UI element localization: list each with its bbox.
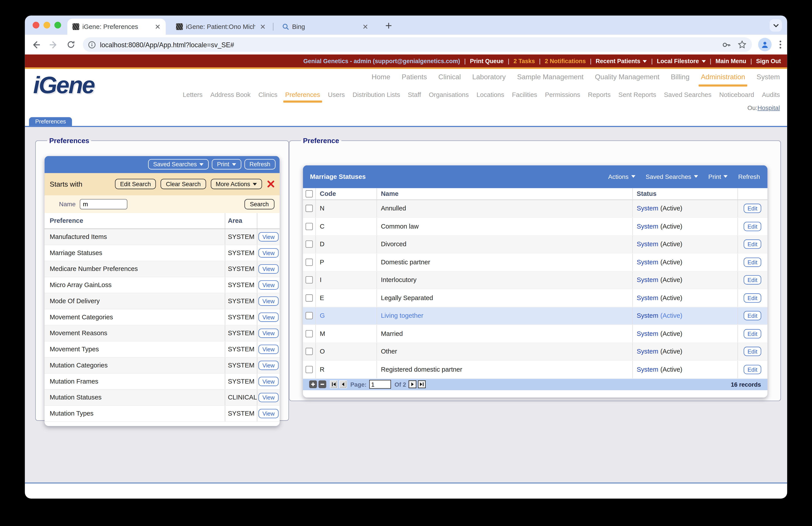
row-checkbox[interactable] xyxy=(305,330,313,338)
expand-page-size-button[interactable] xyxy=(309,381,317,388)
tab-igene-patient[interactable]: iGene: Patient:Ono Michio xyxy=(171,18,271,35)
tab-close-icon[interactable] xyxy=(258,23,267,31)
close-search-icon[interactable] xyxy=(267,181,275,188)
minimize-window-button[interactable] xyxy=(43,22,50,29)
nav-clinics[interactable]: Clinics xyxy=(258,91,277,99)
view-button[interactable]: View xyxy=(258,296,279,305)
nav-distribution-lists[interactable]: Distribution Lists xyxy=(352,91,400,99)
nav-system[interactable]: System xyxy=(757,73,780,81)
table-row[interactable]: Medicare Number PreferencesSYSTEMView xyxy=(45,261,280,277)
url-text[interactable]: localhost:8080/App/App.html?locale=sv_SE… xyxy=(100,41,721,48)
tasks-link[interactable]: 2 Tasks xyxy=(513,58,535,64)
table-row[interactable]: Movement CategoriesSYSTEMView xyxy=(45,309,280,325)
name-input[interactable] xyxy=(79,199,127,209)
browser-menu-icon[interactable] xyxy=(773,38,787,51)
edit-button[interactable]: Edit xyxy=(743,275,762,285)
table-row[interactable]: Mutation TypesSYSTEMView xyxy=(45,406,280,422)
back-button[interactable] xyxy=(29,38,42,51)
refresh-button[interactable]: Refresh xyxy=(244,159,275,170)
nav-audits[interactable]: Audits xyxy=(762,91,780,99)
table-row[interactable]: MMarriedSystem(Active)Edit xyxy=(303,325,767,343)
password-key-icon[interactable] xyxy=(721,40,731,50)
shrink-page-size-button[interactable] xyxy=(318,381,326,388)
row-checkbox[interactable] xyxy=(305,241,313,248)
view-button[interactable]: View xyxy=(258,248,279,257)
print-button[interactable]: Print xyxy=(212,159,241,170)
row-checkbox[interactable] xyxy=(305,366,313,373)
sign-out-link[interactable]: Sign Out xyxy=(756,58,781,64)
system-link[interactable]: System xyxy=(637,294,658,302)
account-info[interactable]: Genial Genetics - admin (support@genialg… xyxy=(303,58,460,64)
table-row-highlighted[interactable]: GLiving togetherSystem(Active)Edit xyxy=(303,307,767,325)
view-button[interactable]: View xyxy=(258,376,279,386)
edit-button[interactable]: Edit xyxy=(743,311,762,321)
system-link[interactable]: System xyxy=(637,205,658,212)
table-row[interactable]: Mutation CategoriesSYSTEMView xyxy=(45,357,280,373)
view-button[interactable]: View xyxy=(258,409,279,418)
site-info-icon[interactable] xyxy=(88,41,96,48)
edit-button[interactable]: Edit xyxy=(743,204,762,213)
table-row[interactable]: Movement ReasonsSYSTEMView xyxy=(45,325,280,341)
nav-staff[interactable]: Staff xyxy=(408,91,421,99)
table-row[interactable]: Movement TypesSYSTEMView xyxy=(45,341,280,357)
row-checkbox[interactable] xyxy=(305,312,313,319)
nav-sent-reports[interactable]: Sent Reports xyxy=(619,91,656,99)
system-link[interactable]: System xyxy=(637,241,658,248)
row-checkbox[interactable] xyxy=(305,223,313,230)
table-row[interactable]: PDomestic partnerSystem(Active)Edit xyxy=(303,254,767,271)
row-checkbox[interactable] xyxy=(305,259,313,266)
system-link[interactable]: System xyxy=(637,366,658,373)
table-row[interactable]: Mutation FramesSYSTEMView xyxy=(45,373,280,389)
table-row[interactable]: CCommon lawSystem(Active)Edit xyxy=(303,218,767,236)
edit-button[interactable]: Edit xyxy=(743,222,762,231)
table-row[interactable]: ELegally SeparatedSystem(Active)Edit xyxy=(303,289,767,307)
nav-administration[interactable]: Administration xyxy=(701,73,745,81)
saved-searches-menu[interactable]: Saved Searches xyxy=(646,173,698,180)
select-all-checkbox[interactable] xyxy=(305,190,313,197)
print-queue-link[interactable]: Print Queue xyxy=(470,58,504,64)
new-tab-button[interactable] xyxy=(383,20,394,31)
edit-button[interactable]: Edit xyxy=(743,240,762,249)
edit-button[interactable]: Edit xyxy=(743,257,762,267)
row-checkbox[interactable] xyxy=(305,276,313,284)
nav-locations[interactable]: Locations xyxy=(477,91,504,99)
nav-quality-management[interactable]: Quality Management xyxy=(595,73,659,81)
nav-home[interactable]: Home xyxy=(372,73,390,81)
system-link[interactable]: System xyxy=(637,223,658,230)
view-button[interactable]: View xyxy=(258,393,279,402)
notifications-link[interactable]: 2 Notifications xyxy=(545,58,586,64)
edit-button[interactable]: Edit xyxy=(743,347,762,356)
bookmark-star-icon[interactable] xyxy=(737,40,747,49)
system-link[interactable]: System xyxy=(637,276,658,284)
system-link[interactable]: System xyxy=(637,348,658,355)
table-row[interactable]: Mode Of DeliverySYSTEMView xyxy=(45,293,280,309)
table-row[interactable]: Micro Array GainLossSYSTEMView xyxy=(45,277,280,293)
table-row[interactable]: Manufactured ItemsSYSTEMView xyxy=(45,229,280,245)
nav-billing[interactable]: Billing xyxy=(671,73,690,81)
edit-button[interactable]: Edit xyxy=(743,293,762,302)
table-row[interactable]: Mutation StatusesCLINICALView xyxy=(45,389,280,406)
tab-igene-preferences[interactable]: iGene: Preferences xyxy=(67,18,166,35)
edit-search-button[interactable]: Edit Search xyxy=(115,179,156,189)
table-row[interactable]: OOtherSystem(Active)Edit xyxy=(303,343,767,361)
close-window-button[interactable] xyxy=(33,22,40,29)
view-button[interactable]: View xyxy=(258,264,279,273)
recent-patients-menu[interactable]: Recent Patients xyxy=(596,58,647,64)
refresh-link[interactable]: Refresh xyxy=(738,173,760,180)
nav-laboratory[interactable]: Laboratory xyxy=(472,73,506,81)
nav-noticeboard[interactable]: Noticeboard xyxy=(719,91,754,99)
print-menu[interactable]: Print xyxy=(708,173,728,180)
view-button[interactable]: View xyxy=(258,232,279,241)
actions-menu[interactable]: Actions xyxy=(608,173,635,180)
system-link[interactable]: System xyxy=(637,259,658,266)
nav-clinical[interactable]: Clinical xyxy=(438,73,461,81)
page-number-input[interactable] xyxy=(369,380,391,389)
nav-permissions[interactable]: Permissions xyxy=(545,91,580,99)
nav-preferences[interactable]: Preferences xyxy=(285,91,320,99)
tab-close-icon[interactable] xyxy=(361,23,369,31)
tab-close-icon[interactable] xyxy=(153,23,162,31)
table-row[interactable]: NAnnulledSystem(Active)Edit xyxy=(303,200,767,218)
table-row[interactable]: Marriage StatusesSYSTEMView xyxy=(45,245,280,261)
nav-sample-management[interactable]: Sample Management xyxy=(517,73,583,81)
nav-patients[interactable]: Patients xyxy=(402,73,427,81)
